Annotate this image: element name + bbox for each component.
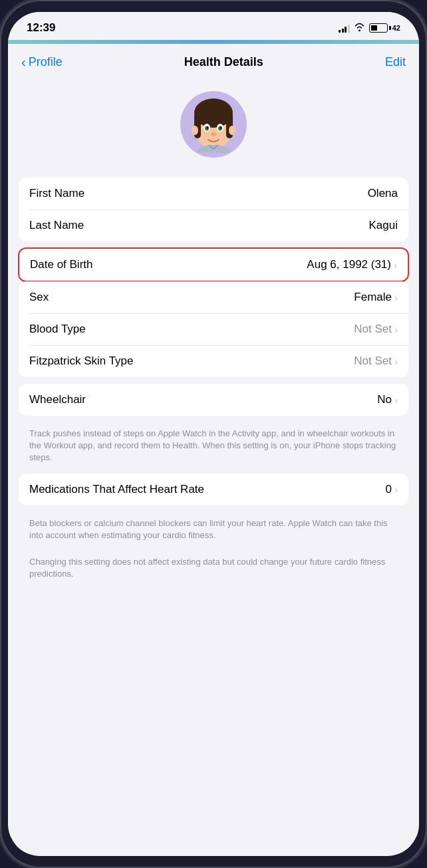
chevron-right-icon: › [394, 394, 398, 406]
skin-type-row[interactable]: Fitzpatrick Skin Type Not Set › [19, 345, 408, 377]
wheelchair-row[interactable]: Wheelchair No › [19, 384, 408, 416]
medications-label: Medications That Affect Heart Rate [29, 483, 204, 496]
last-name-label: Last Name [29, 219, 84, 232]
chevron-right-icon: › [394, 259, 397, 271]
chevron-right-icon: › [394, 324, 398, 335]
page-title: Health Details [184, 55, 263, 69]
avatar [180, 91, 247, 158]
battery-icon: 42 [369, 23, 400, 33]
back-button[interactable]: ‹ Profile [21, 55, 63, 70]
wheelchair-description: Track pushes instead of steps on Apple W… [19, 422, 408, 474]
back-label: Profile [29, 55, 63, 69]
avatar-section [8, 78, 419, 178]
svg-point-12 [211, 132, 216, 136]
svg-point-5 [229, 126, 235, 135]
skin-type-value: Not Set › [354, 355, 398, 368]
chevron-right-icon: › [394, 356, 398, 367]
skin-type-label: Fitzpatrick Skin Type [29, 355, 134, 368]
chevron-left-icon: ‹ [21, 55, 26, 70]
wheelchair-section: Wheelchair No › [19, 384, 408, 416]
status-icons: 42 [339, 23, 400, 33]
status-bar: 12:39 [8, 12, 419, 40]
svg-point-11 [220, 126, 222, 129]
svg-point-4 [192, 126, 198, 135]
date-of-birth-card[interactable]: Date of Birth Aug 6, 1992 (31) › [18, 247, 409, 282]
blood-type-value: Not Set › [354, 323, 398, 336]
first-name-value: Olena [368, 187, 398, 200]
memoji-image [184, 94, 243, 154]
date-of-birth-row[interactable]: Date of Birth Aug 6, 1992 (31) › [19, 249, 408, 281]
phone-screen: 12:39 [8, 12, 419, 856]
signal-icon [339, 24, 350, 33]
blood-type-row[interactable]: Blood Type Not Set › [19, 313, 408, 345]
chevron-right-icon: › [394, 484, 398, 495]
medications-section: Medications That Affect Heart Rate 0 › [19, 474, 408, 506]
wheelchair-value: No › [377, 393, 398, 406]
status-time: 12:39 [27, 21, 55, 35]
nav-header: ‹ Profile Health Details Edit [8, 44, 419, 78]
health-details-card: Sex Female › Blood Type Not Set › Fitzpa… [19, 281, 408, 377]
date-of-birth-label: Date of Birth [30, 258, 93, 271]
svg-point-10 [207, 126, 209, 129]
wheelchair-label: Wheelchair [29, 393, 86, 406]
medications-value: 0 › [386, 483, 398, 496]
medications-description2: Changing this setting does not affect ex… [19, 551, 408, 589]
phone-frame: 12:39 [0, 0, 427, 868]
edit-button[interactable]: Edit [385, 55, 406, 69]
first-name-label: First Name [29, 187, 84, 200]
personal-info-card: First Name Olena Last Name Kagui [19, 178, 408, 241]
date-of-birth-value: Aug 6, 1992 (31) › [307, 258, 397, 271]
first-name-row[interactable]: First Name Olena [19, 178, 408, 210]
chevron-right-icon: › [394, 292, 398, 303]
sex-label: Sex [29, 291, 49, 304]
sex-row[interactable]: Sex Female › [19, 281, 408, 313]
blood-type-label: Blood Type [29, 323, 86, 336]
wifi-icon [354, 23, 365, 33]
last-name-row[interactable]: Last Name Kagui [19, 210, 408, 241]
sex-value: Female › [354, 291, 398, 304]
battery-level: 42 [392, 24, 400, 32]
medications-row[interactable]: Medications That Affect Heart Rate 0 › [19, 474, 408, 506]
last-name-value: Kagui [369, 219, 398, 232]
content-area: First Name Olena Last Name Kagui Date of… [8, 178, 419, 589]
medications-description: Beta blockers or calcium channel blocker… [19, 512, 408, 551]
